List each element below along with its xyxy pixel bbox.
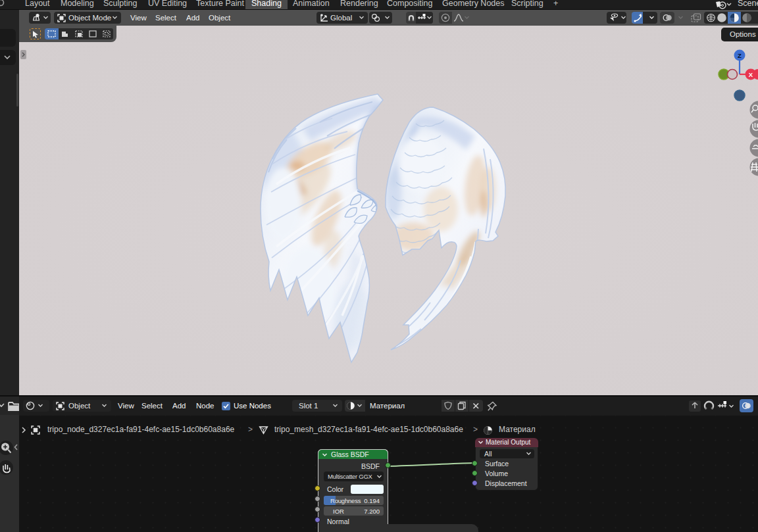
svg-text:Z: Z	[738, 52, 742, 59]
svg-text:X: X	[749, 71, 753, 78]
